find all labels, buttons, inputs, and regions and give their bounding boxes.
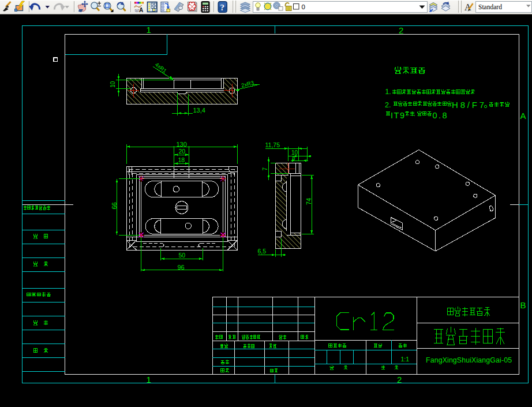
svg-text:10: 10 bbox=[110, 81, 117, 88]
svg-text:IT9: IT9 bbox=[391, 111, 404, 120]
svg-text:Standard: Standard bbox=[478, 3, 502, 10]
svg-text:2: 2 bbox=[397, 375, 402, 384]
svg-text:,: , bbox=[414, 111, 415, 117]
svg-text:130: 130 bbox=[177, 141, 187, 148]
svg-text:13,4: 13,4 bbox=[193, 107, 205, 114]
svg-text:96: 96 bbox=[178, 264, 185, 271]
svg-text:H8/F7: H8/F7 bbox=[452, 100, 484, 110]
svg-text:11,75: 11,75 bbox=[265, 141, 280, 148]
svg-text:1: 1 bbox=[147, 375, 151, 384]
svg-text:0: 0 bbox=[302, 3, 305, 10]
svg-text:20: 20 bbox=[179, 148, 186, 155]
svg-text:6,5: 6,5 bbox=[258, 248, 267, 255]
svg-text:18: 18 bbox=[178, 156, 185, 163]
svg-text:FangXingShuiXiangGai-05: FangXingShuiXiangGai-05 bbox=[426, 356, 512, 364]
svg-text:A: A bbox=[520, 111, 526, 121]
svg-text:0.8: 0.8 bbox=[433, 111, 447, 120]
svg-text:7: 7 bbox=[262, 167, 268, 171]
svg-text:66: 66 bbox=[111, 202, 118, 209]
svg-text:1: 1 bbox=[147, 25, 151, 35]
svg-text:1.: 1. bbox=[385, 88, 391, 96]
svg-text:8: 8 bbox=[292, 155, 295, 161]
svg-text:?: ? bbox=[220, 3, 225, 12]
svg-text:74: 74 bbox=[305, 198, 312, 205]
svg-text:A: A bbox=[139, 7, 143, 13]
svg-text:1:1: 1:1 bbox=[401, 356, 410, 363]
svg-text:B: B bbox=[520, 300, 526, 310]
svg-text:2: 2 bbox=[399, 25, 403, 35]
svg-text:50: 50 bbox=[179, 252, 186, 259]
svg-text:2.: 2. bbox=[385, 101, 391, 109]
